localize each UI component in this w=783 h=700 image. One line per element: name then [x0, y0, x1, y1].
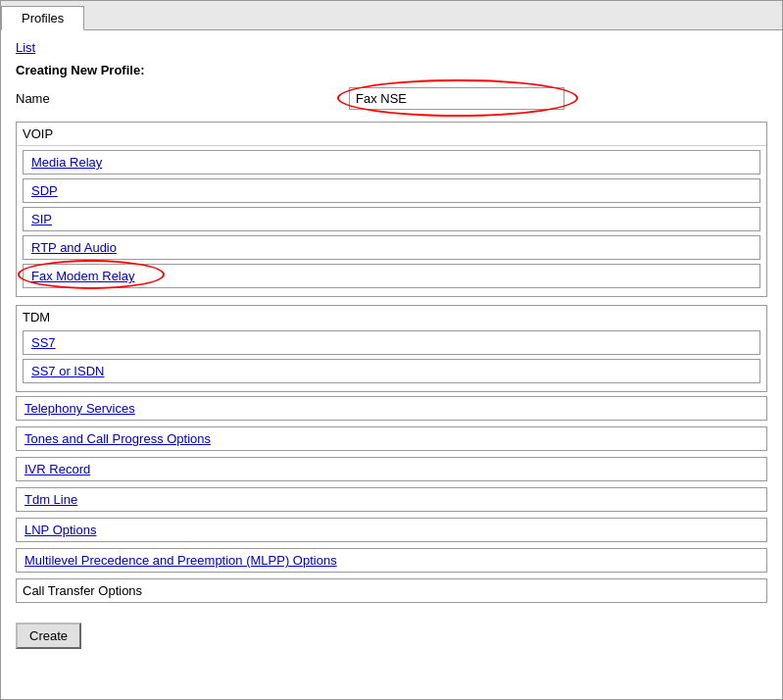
tdm-line-section: Tdm Line: [16, 487, 767, 512]
rtp-audio-link[interactable]: RTP and Audio: [24, 236, 759, 259]
call-transfer-header: Call Transfer Options: [17, 579, 766, 602]
tdm-item-ss7-isdn: SS7 or ISDN: [23, 359, 760, 383]
name-input-wrapper: [349, 87, 564, 110]
mlpp-link[interactable]: Multilevel Precedence and Preemption (ML…: [24, 553, 337, 568]
tab-profiles[interactable]: Profiles: [1, 6, 84, 30]
voip-items: Media Relay SDP SIP RTP and Audio Fax Mo…: [17, 146, 766, 296]
page-content: List Creating New Profile: Name VOIP Med…: [1, 30, 782, 669]
media-relay-link[interactable]: Media Relay: [24, 151, 759, 174]
create-button[interactable]: Create: [16, 623, 81, 649]
tdm-line-link[interactable]: Tdm Line: [24, 492, 77, 507]
tdm-section: TDM SS7 SS7 or ISDN: [16, 305, 767, 392]
lnp-options-link[interactable]: LNP Options: [24, 523, 96, 537]
name-label: Name: [16, 91, 349, 106]
voip-section: VOIP Media Relay SDP SIP RTP and Audio F…: [16, 122, 767, 297]
main-window: Profiles List Creating New Profile: Name…: [0, 0, 783, 700]
fax-modem-relay-link[interactable]: Fax Modem Relay: [24, 265, 759, 287]
voip-header: VOIP: [17, 123, 766, 146]
ss7-isdn-link[interactable]: SS7 or ISDN: [24, 360, 759, 382]
voip-item-sip: SIP: [23, 207, 760, 231]
tab-profiles-label: Profiles: [22, 11, 64, 25]
sip-link[interactable]: SIP: [24, 208, 759, 230]
voip-item-rtp-audio: RTP and Audio: [23, 235, 760, 260]
voip-item-media-relay: Media Relay: [23, 150, 760, 175]
voip-item-fax-modem-relay: Fax Modem Relay: [23, 264, 760, 288]
tab-bar: Profiles: [1, 1, 782, 30]
list-link[interactable]: List: [16, 40, 35, 55]
page-title: Creating New Profile:: [16, 63, 767, 77]
tones-section: Tones and Call Progress Options: [16, 426, 767, 451]
sdp-link[interactable]: SDP: [24, 179, 759, 202]
mlpp-section: Multilevel Precedence and Preemption (ML…: [16, 548, 767, 573]
tones-link[interactable]: Tones and Call Progress Options: [24, 431, 211, 446]
tdm-item-ss7: SS7: [23, 330, 760, 355]
telephony-services-section: Telephony Services: [16, 396, 767, 421]
voip-item-sdp: SDP: [23, 178, 760, 203]
name-row: Name: [16, 87, 767, 110]
tdm-items: SS7 SS7 or ISDN: [17, 328, 766, 391]
ivr-record-section: IVR Record: [16, 457, 767, 481]
tdm-header: TDM: [17, 306, 766, 328]
ivr-record-link[interactable]: IVR Record: [24, 462, 90, 476]
call-transfer-section: Call Transfer Options: [16, 578, 767, 603]
telephony-services-link[interactable]: Telephony Services: [24, 401, 135, 416]
lnp-options-section: LNP Options: [16, 518, 767, 542]
name-input[interactable]: [349, 87, 564, 110]
ss7-link[interactable]: SS7: [24, 331, 759, 354]
